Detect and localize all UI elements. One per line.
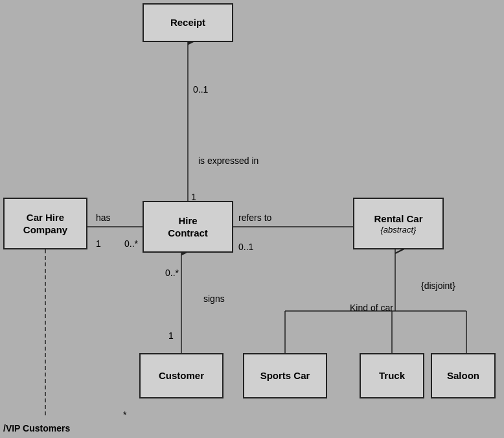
saloon-box: Saloon xyxy=(431,353,496,398)
mult-bottom-star: * xyxy=(123,409,126,420)
multiplicity-hire-top: 1 xyxy=(191,192,196,202)
signs-label: signs xyxy=(203,294,225,304)
mult-has-1: 1 xyxy=(96,238,101,249)
customer-box: Customer xyxy=(139,353,223,398)
is-expressed-in: is expressed in xyxy=(198,156,258,166)
saloon-label: Saloon xyxy=(447,369,479,382)
receipt-box: Receipt xyxy=(143,3,233,42)
mult-refers-01: 0..1 xyxy=(238,242,253,252)
hire-contract-box: HireContract xyxy=(143,201,233,253)
disjoint-label: {disjoint} xyxy=(421,281,455,291)
rental-car-label: Rental Car xyxy=(374,213,422,225)
sports-car-label: Sports Car xyxy=(260,369,310,382)
car-hire-company-box: Car HireCompany xyxy=(3,198,87,249)
has-label: has xyxy=(96,213,111,223)
mult-bottom: 0..* xyxy=(165,268,179,278)
sports-car-box: Sports Car xyxy=(243,353,327,398)
rental-car-box: Rental Car {abstract} xyxy=(353,198,444,249)
car-hire-company-label: Car HireCompany xyxy=(23,211,67,236)
customer-label: Customer xyxy=(159,369,204,382)
mult-has-0star: 0..* xyxy=(124,238,138,249)
truck-box: Truck xyxy=(360,353,424,398)
hire-contract-label: HireContract xyxy=(168,214,208,240)
mult-signs-1: 1 xyxy=(168,330,174,341)
receipt-label: Receipt xyxy=(170,16,205,29)
truck-label: Truck xyxy=(379,369,405,382)
refers-to-label: refers to xyxy=(238,213,271,223)
multiplicity-receipt-top: 0..1 xyxy=(193,84,208,95)
kind-of-car-label: Kind of car xyxy=(350,303,393,313)
vip-customers-label: /VIP Customers xyxy=(3,423,70,433)
rental-car-subtitle: {abstract} xyxy=(381,225,417,235)
